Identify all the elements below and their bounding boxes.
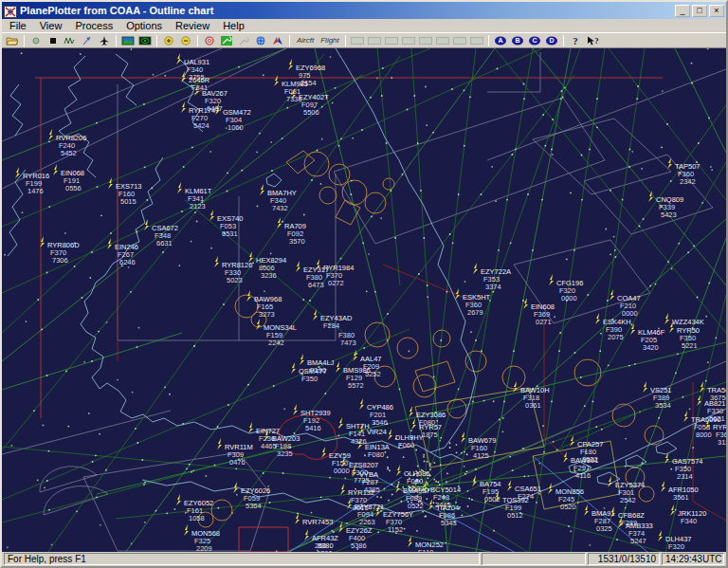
- aircraft-label[interactable]: EIN246F2676246: [107, 238, 138, 266]
- aircraft-label[interactable]: BAW968F1653273: [246, 290, 282, 319]
- aircraft-label[interactable]: BAW679F1604125: [461, 431, 496, 460]
- aircraft-label[interactable]: EZY59F1500000: [321, 447, 351, 475]
- aircraft-label[interactable]: ESK4KHF3902075: [595, 313, 631, 341]
- stop-button[interactable]: [45, 34, 62, 47]
- aircraft-label[interactable]: DLH9HYF060: [388, 429, 424, 449]
- aircraft-label[interactable]: RYR8126F3305023: [214, 256, 252, 284]
- aircraft-label[interactable]: RA709F0923570: [277, 217, 306, 246]
- aircraft-label[interactable]: BMA7HYF3407432: [260, 184, 297, 212]
- track-dot: [527, 193, 529, 195]
- view-a-button[interactable]: A: [492, 34, 509, 47]
- menu-item-process[interactable]: Process: [68, 20, 119, 32]
- aircraft-marker-icon: [563, 451, 568, 463]
- aircraft-marker-icon: [388, 429, 392, 440]
- aircraft-marker-icon: [359, 398, 364, 410]
- open-chart-button[interactable]: [4, 34, 21, 47]
- track-dot: [65, 371, 67, 373]
- zoom-in-button[interactable]: [160, 34, 177, 47]
- aircraft-view-button[interactable]: [96, 34, 113, 47]
- aircraft-label[interactable]: RVR11MF3090476: [217, 438, 253, 467]
- aircraft-label[interactable]: KLM61TF3412123: [177, 182, 212, 211]
- track-dot: [494, 451, 496, 453]
- menu-item-review[interactable]: Review: [169, 20, 216, 32]
- aircraft-label[interactable]: JRK1120F340: [670, 504, 706, 525]
- position-dot: [662, 90, 664, 92]
- flight-list-button[interactable]: Flight: [318, 34, 342, 47]
- aircraft-label[interactable]: TAP507F3602342: [667, 157, 701, 186]
- aircraft-marker-icon: [411, 418, 416, 430]
- minimize-button[interactable]: _: [675, 5, 690, 17]
- aircraft-label[interactable]: EZY26ZF4005386: [338, 522, 373, 550]
- aircraft-label[interactable]: KLM46FF2053420: [630, 323, 665, 352]
- aircraft-label[interactable]: ESK5HTF3602679: [455, 288, 491, 317]
- aircraft-data-text: MON856F2450520: [555, 487, 584, 511]
- aircraft-label[interactable]: DLH437F3200331: [658, 530, 692, 552]
- track-dot: [458, 193, 460, 195]
- context-help-button[interactable]: ?: [584, 34, 601, 47]
- aircraft-label[interactable]: EIN068F1910556: [53, 164, 84, 192]
- aircraft-data-text: EZY6052F1611058: [184, 499, 213, 522]
- aircraft-label[interactable]: EZY5374F3012542: [608, 476, 645, 504]
- track-dot: [320, 496, 322, 498]
- aircraft-label[interactable]: EZY722AF3533374: [473, 263, 511, 291]
- track-dot: [346, 522, 348, 524]
- aircraft-marker-icon: [408, 536, 412, 547]
- aircraft-label[interactable]: GAS7574F3502314: [664, 452, 703, 481]
- aircraft-label[interactable]: COA47F2100000: [610, 289, 641, 318]
- aircraft-label[interactable]: BMA91F2870325: [584, 504, 615, 533]
- aircraft-label[interactable]: RVR7453: [295, 513, 333, 526]
- aircraft-label[interactable]: SHT7HF1414326: [338, 417, 370, 446]
- aircraft-data-text: EZY5374F3012542: [615, 481, 645, 504]
- position-dot: [538, 463, 540, 465]
- aircraft-label[interactable]: HEX829480063236: [248, 251, 286, 280]
- radar-view-button[interactable]: [136, 34, 154, 47]
- menu-item-file[interactable]: File: [3, 20, 33, 32]
- aircraft-data-text: RYR1F3603124: [713, 423, 726, 447]
- aircraft-label[interactable]: WZZ434K: [664, 313, 704, 326]
- tools-button[interactable]: [218, 34, 235, 47]
- aircraft-data-text: EXS740F0536531: [217, 214, 244, 238]
- aircraft-label[interactable]: BMA997F0890522: [395, 482, 430, 510]
- locate-button[interactable]: [201, 34, 218, 47]
- aircraft-label[interactable]: EXS713F1605015: [108, 177, 142, 206]
- aircraft-label[interactable]: RYR1747F2705424: [181, 101, 219, 130]
- aircraft-list-button[interactable]: Aircft: [293, 34, 318, 47]
- menu-item-help[interactable]: Help: [216, 20, 251, 32]
- aircraft-label[interactable]: BAW891F2974116: [563, 451, 598, 480]
- position-dot: [391, 77, 392, 79]
- help-button[interactable]: ?: [567, 34, 584, 47]
- aircraft-label[interactable]: CFG196F3200000: [549, 274, 583, 302]
- view-b-button[interactable]: B: [509, 34, 526, 47]
- aircraft-label[interactable]: F3807473: [338, 331, 356, 347]
- mark-button[interactable]: [79, 34, 96, 47]
- position-dot: [502, 417, 504, 419]
- track-dot: [693, 245, 695, 247]
- maximize-button[interactable]: □: [692, 5, 707, 17]
- aircraft-label[interactable]: MONS34LF1592242: [256, 319, 297, 347]
- aircraft-label[interactable]: CSA672F3486631: [144, 219, 178, 247]
- menu-item-view[interactable]: View: [33, 20, 69, 32]
- zoom-out-button[interactable]: [177, 34, 194, 47]
- view-d-button[interactable]: D: [543, 34, 560, 47]
- aircraft-label[interactable]: EXS740F0536531: [209, 210, 244, 238]
- plus-circle-icon: [162, 35, 175, 46]
- menu-item-options[interactable]: Options: [119, 20, 169, 32]
- record-button[interactable]: [27, 34, 45, 47]
- globe-button[interactable]: [252, 34, 269, 47]
- position-dot: [368, 253, 370, 255]
- chart-view-button[interactable]: [119, 34, 136, 47]
- track-dot: [666, 123, 668, 125]
- close-button[interactable]: ×: [709, 5, 724, 17]
- track-dot: [543, 451, 545, 453]
- aircraft-label[interactable]: RVR8206F2405452: [48, 129, 86, 157]
- outline-chart-map[interactable]: UAL931F34037552646RF341BAV267F3206467RYR…: [2, 48, 726, 552]
- aircraft-label[interactable]: EIN608F3690271: [523, 298, 555, 326]
- share-button[interactable]: [269, 34, 286, 47]
- view-c-button[interactable]: C: [526, 34, 543, 47]
- aircraft-label[interactable]: EZY6052F1611058: [176, 494, 213, 522]
- signal-button[interactable]: [62, 34, 79, 47]
- aircraft-label[interactable]: MON568F3252209: [184, 524, 220, 552]
- aircraft-marker-icon: [300, 354, 304, 365]
- aircraft-label[interactable]: MON252F110: [408, 536, 444, 552]
- aircraft-label[interactable]: 8380: [318, 541, 334, 550]
